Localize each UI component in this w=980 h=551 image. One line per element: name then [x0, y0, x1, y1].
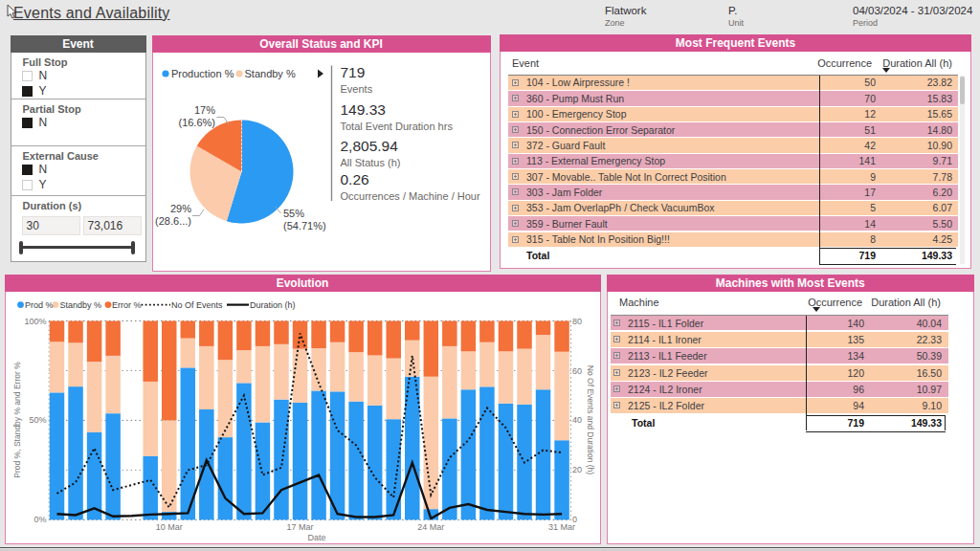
svg-text:31 Mar: 31 Mar: [548, 522, 575, 532]
svg-text:No Of Events and Duration (h): No Of Events and Duration (h): [585, 365, 594, 475]
svg-text:(16.6%): (16.6%): [178, 117, 215, 128]
svg-text:29%: 29%: [169, 203, 190, 214]
svg-text:Date: Date: [307, 533, 325, 542]
svg-text:80: 80: [572, 317, 582, 326]
svg-text:10 Mar: 10 Mar: [155, 522, 182, 532]
svg-text:(54.71%): (54.71%): [283, 220, 326, 231]
svg-text:50%: 50%: [29, 415, 46, 425]
svg-text:55%: 55%: [283, 208, 304, 219]
svg-text:40: 40: [572, 415, 582, 425]
svg-text:17%: 17%: [193, 104, 214, 116]
svg-text:24 Mar: 24 Mar: [417, 522, 444, 532]
svg-text:100%: 100%: [24, 317, 46, 326]
svg-text:(28.6...): (28.6...): [155, 215, 191, 227]
svg-text:60: 60: [572, 366, 582, 376]
svg-text:0%: 0%: [33, 515, 46, 524]
svg-text:20: 20: [572, 465, 582, 474]
svg-text:Prod %, Standby % and Error %: Prod %, Standby % and Error %: [11, 362, 21, 478]
svg-text:17 Mar: 17 Mar: [286, 522, 313, 532]
